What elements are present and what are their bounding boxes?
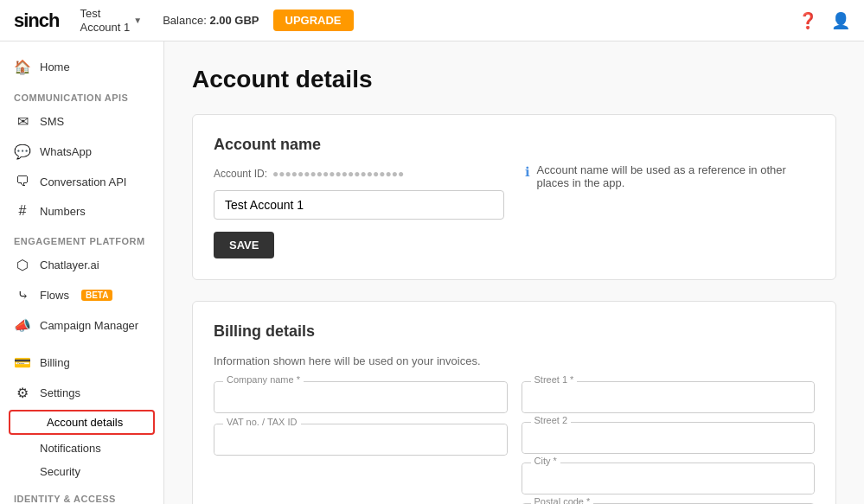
account-switcher[interactable]: Test Account 1 ▼ <box>80 7 142 34</box>
vat-field-wrap: VAT no. / TAX ID <box>214 424 508 456</box>
chatlayer-icon: ⬡ <box>14 257 31 273</box>
hint-text: Account name will be used as a reference… <box>537 163 816 189</box>
topbar-right: ❓ 👤 <box>798 11 850 30</box>
city-label: City * <box>531 456 560 466</box>
account-name-hint: ℹ Account name will be used as a referen… <box>525 136 816 258</box>
info-icon: ℹ <box>525 164 530 180</box>
sidebar-subitem-account-details[interactable]: Account details <box>9 410 155 435</box>
campaign-icon: 📣 <box>14 317 31 334</box>
topbar: sinch Test Account 1 ▼ Balance: 2.00 GBP… <box>0 0 864 41</box>
billing-card: Billing details Information shown here w… <box>192 301 836 504</box>
sidebar-item-label: Home <box>40 61 70 73</box>
flows-icon: ⤷ <box>14 287 31 303</box>
sidebar-item-label: Settings <box>40 386 80 399</box>
chevron-down-icon: ▼ <box>133 16 142 25</box>
help-icon[interactable]: ❓ <box>798 11 817 30</box>
billing-subtitle: Information shown here will be used on y… <box>214 354 815 367</box>
sidebar-item-settings[interactable]: ⚙ Settings <box>0 378 163 408</box>
sms-icon: ✉ <box>14 113 31 130</box>
app-layout: 🏠 Home Communication APIs ✉ SMS 💬 WhatsA… <box>0 41 864 504</box>
account-name-left: Account name Account ID: ●●●●●●●●●●●●●●●… <box>214 136 504 258</box>
billing-right-col: Street 1 * Street 2 City * Postal code * <box>522 381 816 504</box>
street1-field-wrap: Street 1 * <box>522 381 816 413</box>
account-id-label: Account ID: <box>214 168 267 180</box>
sidebar-section-identity: IDENTITY & ACCESS <box>0 483 163 504</box>
settings-icon: ⚙ <box>14 385 31 401</box>
postal-label: Postal code * <box>531 496 594 504</box>
billing-card-title: Billing details <box>214 322 815 341</box>
sidebar-item-conversation-api[interactable]: 🗨 Conversation API <box>0 167 163 196</box>
account-id-value: ●●●●●●●●●●●●●●●●●●●●● <box>272 168 404 180</box>
billing-form-grid: Company name * VAT no. / TAX ID Street 1… <box>214 381 815 504</box>
account-name: Test Account 1 <box>80 7 130 34</box>
street2-field-wrap: Street 2 <box>522 422 816 454</box>
sidebar-item-label: Chatlayer.ai <box>40 258 99 271</box>
sidebar-item-billing[interactable]: 💳 Billing <box>0 348 163 378</box>
city-input[interactable] <box>522 463 815 494</box>
vat-label: VAT no. / TAX ID <box>223 417 301 427</box>
sidebar-item-label: WhatsApp <box>40 145 92 158</box>
account-line1: Test <box>80 7 100 20</box>
whatsapp-icon: 💬 <box>14 144 31 160</box>
account-name-card: Account name Account ID: ●●●●●●●●●●●●●●●… <box>192 114 836 280</box>
logo: sinch <box>14 10 59 32</box>
company-name-field-wrap: Company name * <box>214 381 508 413</box>
account-name-card-title: Account name <box>214 136 504 154</box>
sidebar-item-chatlayer[interactable]: ⬡ Chatlayer.ai <box>0 250 163 280</box>
street1-input[interactable] <box>522 382 815 412</box>
sidebar-item-label: Campaign Manager <box>40 319 138 332</box>
sidebar-subitem-security[interactable]: Security <box>0 460 163 483</box>
sidebar-section-engagement: Engagement Platform <box>0 226 163 250</box>
balance-display: Balance: 2.00 GBP <box>163 14 259 27</box>
numbers-icon: # <box>14 203 31 219</box>
vat-input[interactable] <box>214 424 507 455</box>
account-line2: Account 1 <box>80 21 130 34</box>
user-account-icon[interactable]: 👤 <box>831 11 850 30</box>
sidebar-item-flows[interactable]: ⤷ Flows BETA <box>0 280 163 310</box>
sidebar-item-label: SMS <box>40 115 64 128</box>
page-title: Account details <box>192 66 836 93</box>
sidebar-item-sms[interactable]: ✉ SMS <box>0 106 163 137</box>
street2-input[interactable] <box>522 423 815 453</box>
home-icon: 🏠 <box>14 59 31 75</box>
city-field-wrap: City * <box>522 463 816 494</box>
sidebar-subitem-notifications[interactable]: Notifications <box>0 437 163 460</box>
account-name-input[interactable] <box>214 190 504 220</box>
upgrade-button[interactable]: UPGRADE <box>273 10 354 31</box>
sidebar-item-home[interactable]: 🏠 Home <box>0 52 163 82</box>
beta-badge: BETA <box>81 290 112 301</box>
balance-label: Balance: <box>163 14 207 27</box>
sidebar-item-label: Numbers <box>40 205 86 218</box>
conversation-icon: 🗨 <box>14 174 31 189</box>
account-id-row: Account ID: ●●●●●●●●●●●●●●●●●●●●● <box>214 168 504 180</box>
billing-icon: 💳 <box>14 354 31 371</box>
sidebar: 🏠 Home Communication APIs ✉ SMS 💬 WhatsA… <box>0 41 164 504</box>
sidebar-item-label: Conversation API <box>40 175 126 188</box>
billing-left-col: Company name * VAT no. / TAX ID <box>214 381 508 504</box>
sidebar-section-communication: Communication APIs <box>0 82 163 106</box>
sidebar-item-label: Flows <box>40 289 69 302</box>
street1-label: Street 1 * <box>531 374 578 385</box>
account-name-grid: Account name Account ID: ●●●●●●●●●●●●●●●… <box>214 136 815 258</box>
sidebar-item-numbers[interactable]: # Numbers <box>0 196 163 226</box>
street2-label: Street 2 <box>531 415 572 425</box>
sidebar-item-label: Billing <box>40 356 70 369</box>
main-content: Account details Account name Account ID:… <box>164 41 864 504</box>
company-name-input[interactable] <box>214 382 507 412</box>
sidebar-item-campaign-manager[interactable]: 📣 Campaign Manager <box>0 310 163 341</box>
balance-value: 2.00 GBP <box>209 14 259 27</box>
sidebar-item-whatsapp[interactable]: 💬 WhatsApp <box>0 137 163 167</box>
account-name-save-button[interactable]: SAVE <box>214 232 274 258</box>
company-name-label: Company name * <box>223 374 304 385</box>
